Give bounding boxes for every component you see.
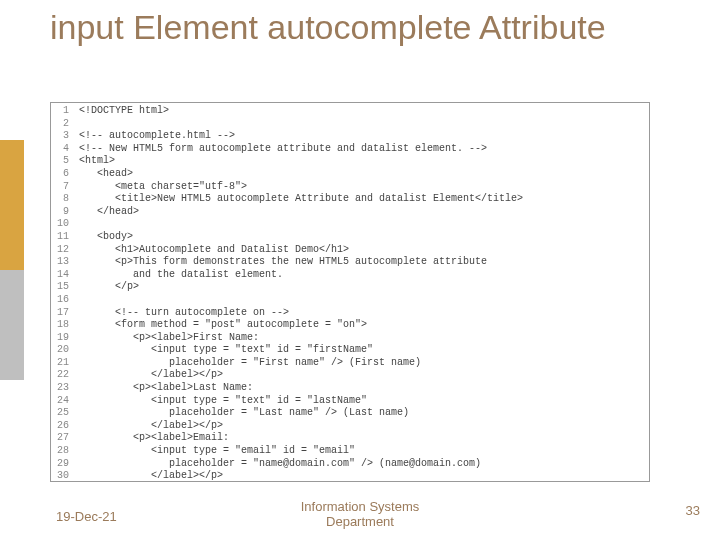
line-number: 30 bbox=[51, 470, 73, 482]
footer: 19-Dec-21 Information Systems Department… bbox=[0, 499, 720, 530]
code-text: </label></p> bbox=[73, 369, 223, 382]
title-area: input Element autocomplete Attribute bbox=[50, 8, 650, 47]
line-number: 15 bbox=[51, 281, 73, 294]
line-number: 24 bbox=[51, 395, 73, 408]
line-number: 29 bbox=[51, 458, 73, 471]
page-title: input Element autocomplete Attribute bbox=[50, 8, 650, 47]
code-text: <!-- autocomplete.html --> bbox=[73, 130, 235, 143]
code-text: <input type = "email" id = "email" bbox=[73, 445, 355, 458]
code-line: 20 <input type = "text" id = "firstName" bbox=[51, 344, 649, 357]
line-number: 1 bbox=[51, 105, 73, 118]
code-line: 18 <form method = "post" autocomplete = … bbox=[51, 319, 649, 332]
code-text: <!DOCTYPE html> bbox=[73, 105, 169, 118]
line-number: 25 bbox=[51, 407, 73, 420]
code-line: 8 <title>New HTML5 autocomplete Attribut… bbox=[51, 193, 649, 206]
sidebar-accent-gold bbox=[0, 140, 24, 270]
line-number: 21 bbox=[51, 357, 73, 370]
code-text: <form method = "post" autocomplete = "on… bbox=[73, 319, 367, 332]
code-line: 11 <body> bbox=[51, 231, 649, 244]
code-line: 9 </head> bbox=[51, 206, 649, 219]
code-line: 24 <input type = "text" id = "lastName" bbox=[51, 395, 649, 408]
line-number: 2 bbox=[51, 118, 73, 131]
code-text bbox=[73, 294, 79, 307]
code-line: 3 <!-- autocomplete.html --> bbox=[51, 130, 649, 143]
code-text: </label></p> bbox=[73, 470, 223, 482]
code-text: placeholder = "First name" /> (First nam… bbox=[73, 357, 421, 370]
code-line: 1 <!DOCTYPE html> bbox=[51, 105, 649, 118]
code-text: <title>New HTML5 autocomplete Attribute … bbox=[73, 193, 523, 206]
line-number: 17 bbox=[51, 307, 73, 320]
footer-date: 19-Dec-21 bbox=[56, 509, 117, 524]
code-line: 15 </p> bbox=[51, 281, 649, 294]
line-number: 10 bbox=[51, 218, 73, 231]
code-line: 22 </label></p> bbox=[51, 369, 649, 382]
line-number: 7 bbox=[51, 181, 73, 194]
line-number: 23 bbox=[51, 382, 73, 395]
line-number: 8 bbox=[51, 193, 73, 206]
line-number: 6 bbox=[51, 168, 73, 181]
code-line: 7 <meta charset="utf-8"> bbox=[51, 181, 649, 194]
code-line: 10 bbox=[51, 218, 649, 231]
code-line: 23 <p><label>Last Name: bbox=[51, 382, 649, 395]
line-number: 13 bbox=[51, 256, 73, 269]
code-line: 2 bbox=[51, 118, 649, 131]
code-line: 12 <h1>Autocomplete and Datalist Demo</h… bbox=[51, 244, 649, 257]
code-line: 4 <!-- New HTML5 form autocomplete attri… bbox=[51, 143, 649, 156]
code-text: placeholder = "name@domain.com" /> (name… bbox=[73, 458, 481, 471]
code-text: <h1>Autocomplete and Datalist Demo</h1> bbox=[73, 244, 349, 257]
code-line: 28 <input type = "email" id = "email" bbox=[51, 445, 649, 458]
code-text: <meta charset="utf-8"> bbox=[73, 181, 247, 194]
line-number: 11 bbox=[51, 231, 73, 244]
line-number: 9 bbox=[51, 206, 73, 219]
code-line: 29 placeholder = "name@domain.com" /> (n… bbox=[51, 458, 649, 471]
code-text: <!-- turn autocomplete on --> bbox=[73, 307, 289, 320]
code-text: <p><label>Last Name: bbox=[73, 382, 253, 395]
code-text: <html> bbox=[73, 155, 115, 168]
code-text: <body> bbox=[73, 231, 133, 244]
code-text: <p><label>First Name: bbox=[73, 332, 259, 345]
code-text: and the datalist element. bbox=[73, 269, 283, 282]
code-text: </head> bbox=[73, 206, 139, 219]
code-text: </label></p> bbox=[73, 420, 223, 433]
code-text: <input type = "text" id = "lastName" bbox=[73, 395, 367, 408]
footer-page-number: 33 bbox=[686, 503, 700, 518]
code-line: 13 <p>This form demonstrates the new HTM… bbox=[51, 256, 649, 269]
code-line: 27 <p><label>Email: bbox=[51, 432, 649, 445]
code-line: 25 placeholder = "Last name" /> (Last na… bbox=[51, 407, 649, 420]
line-number: 14 bbox=[51, 269, 73, 282]
code-text: <p>This form demonstrates the new HTML5 … bbox=[73, 256, 487, 269]
code-text: <p><label>Email: bbox=[73, 432, 229, 445]
line-number: 19 bbox=[51, 332, 73, 345]
line-number: 3 bbox=[51, 130, 73, 143]
line-number: 20 bbox=[51, 344, 73, 357]
code-line: 26 </label></p> bbox=[51, 420, 649, 433]
code-line: 14 and the datalist element. bbox=[51, 269, 649, 282]
line-number: 5 bbox=[51, 155, 73, 168]
code-text: <input type = "text" id = "firstName" bbox=[73, 344, 373, 357]
code-text: placeholder = "Last name" /> (Last name) bbox=[73, 407, 409, 420]
line-number: 27 bbox=[51, 432, 73, 445]
code-line: 16 bbox=[51, 294, 649, 307]
line-number: 18 bbox=[51, 319, 73, 332]
code-text bbox=[73, 218, 79, 231]
code-line: 6 <head> bbox=[51, 168, 649, 181]
sidebar-accent-gray bbox=[0, 270, 24, 380]
code-line: 5 <html> bbox=[51, 155, 649, 168]
line-number: 12 bbox=[51, 244, 73, 257]
code-line: 21 placeholder = "First name" /> (First … bbox=[51, 357, 649, 370]
code-text: <!-- New HTML5 form autocomplete attribu… bbox=[73, 143, 487, 156]
code-listing: 1 <!DOCTYPE html>2 3 <!-- autocomplete.h… bbox=[50, 102, 650, 482]
code-text: </p> bbox=[73, 281, 139, 294]
line-number: 4 bbox=[51, 143, 73, 156]
code-text: <head> bbox=[73, 168, 133, 181]
code-line: 17 <!-- turn autocomplete on --> bbox=[51, 307, 649, 320]
line-number: 22 bbox=[51, 369, 73, 382]
line-number: 16 bbox=[51, 294, 73, 307]
line-number: 26 bbox=[51, 420, 73, 433]
code-line: 30 </label></p> bbox=[51, 470, 649, 482]
code-line: 19 <p><label>First Name: bbox=[51, 332, 649, 345]
code-text bbox=[73, 118, 79, 131]
line-number: 28 bbox=[51, 445, 73, 458]
